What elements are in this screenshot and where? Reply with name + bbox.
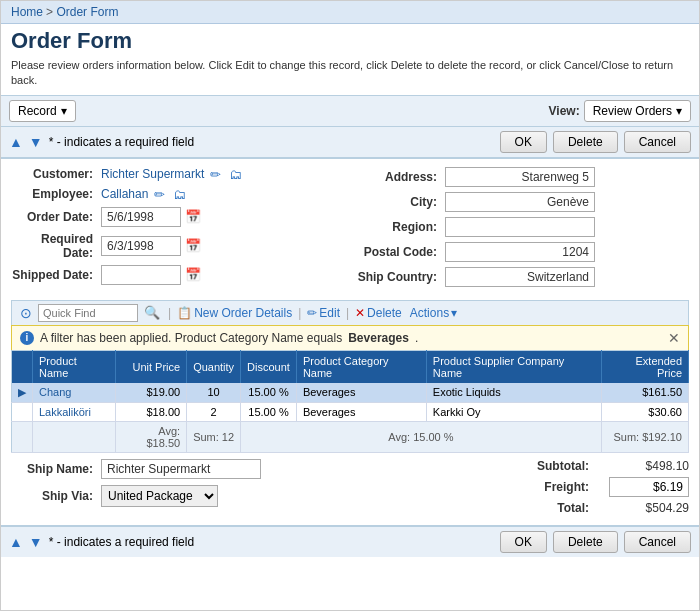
customer-label: Customer:	[11, 167, 101, 181]
th-unit-price[interactable]: Unit Price	[116, 350, 187, 383]
th-indicator	[12, 350, 33, 383]
subgrid-collapse-icon[interactable]: ⊙	[18, 305, 34, 321]
employee-link[interactable]: Callahan	[101, 187, 148, 201]
customer-lookup-icon[interactable]: 🗂	[227, 167, 244, 182]
freight-input[interactable]	[609, 477, 689, 497]
ship-name-label: Ship Name:	[11, 462, 101, 476]
page-container: Home > Order Form Order Form Please revi…	[0, 0, 700, 611]
record-button[interactable]: Record ▾	[9, 100, 76, 122]
ship-via-select[interactable]: United Package Federal Shipping Speedy E…	[101, 485, 218, 507]
page-description: Please review orders information below. …	[1, 56, 699, 95]
customer-link[interactable]: Richter Supermarkt	[101, 167, 204, 181]
sum-avg-price: Avg: $18.50	[116, 421, 187, 452]
subgrid-wrapper: ⊙ 🔍 | 📋 New Order Details | ✏ Edit | ✕ D…	[11, 300, 689, 453]
table-row[interactable]: ▶ Chang $19.00 10 15.00 % Beverages Exot…	[12, 383, 689, 403]
address-input[interactable]	[445, 167, 595, 187]
ship-name-input[interactable]	[101, 459, 261, 479]
ok-button-bottom[interactable]: OK	[500, 531, 547, 553]
sum-qty: Sum: 12	[187, 421, 241, 452]
total-label: Total:	[519, 501, 589, 515]
filter-close-button[interactable]: ✕	[668, 330, 680, 346]
ship-via-label: Ship Via:	[11, 489, 101, 503]
footer-left: ▲ ▼ * - indicates a required field	[9, 534, 194, 550]
sep1: |	[168, 306, 171, 320]
shipped-date-input[interactable]	[101, 265, 181, 285]
cell-unit-price: $18.00	[116, 402, 187, 421]
cell-product: Lakkaliköri	[33, 402, 116, 421]
required-date-input[interactable]	[101, 236, 181, 256]
req-bar-top: ▲ ▼ * - indicates a required field OK De…	[1, 127, 699, 158]
edit-label: Edit	[319, 306, 340, 320]
postal-code-row: Postal Code:	[355, 242, 689, 262]
th-category[interactable]: Product Category Name	[296, 350, 426, 383]
actions-button[interactable]: Actions ▾	[410, 306, 457, 320]
ship-country-label: Ship Country:	[355, 270, 445, 284]
th-extended-price[interactable]: Extended Price	[601, 350, 688, 383]
footer-bar: ▲ ▼ * - indicates a required field OK De…	[1, 526, 699, 557]
customer-edit-icon[interactable]: ✏	[208, 167, 223, 182]
employee-lookup-icon[interactable]: 🗂	[171, 187, 188, 202]
postal-code-label: Postal Code:	[355, 245, 445, 259]
breadcrumb-home[interactable]: Home	[11, 5, 43, 19]
summary-row: Avg: $18.50 Sum: 12 Avg: 15.00 % Sum: $1…	[12, 421, 689, 452]
edit-icon: ✏	[307, 306, 317, 320]
view-label: View:	[549, 104, 580, 118]
subgrid-toolbar: ⊙ 🔍 | 📋 New Order Details | ✏ Edit | ✕ D…	[11, 300, 689, 325]
arrow-down-icon[interactable]: ▼	[29, 134, 43, 150]
sum-empty	[33, 421, 116, 452]
bottom-area: Ship Name: Ship Via: United Package Fede…	[1, 453, 699, 525]
th-quantity[interactable]: Quantity	[187, 350, 241, 383]
cancel-button-bottom[interactable]: Cancel	[624, 531, 691, 553]
row-indicator: ▶	[12, 383, 33, 403]
order-date-calendar-icon[interactable]: 📅	[185, 209, 201, 224]
required-date-calendar-icon[interactable]: 📅	[185, 238, 201, 253]
ship-country-row: Ship Country:	[355, 267, 689, 287]
footer-arrow-down-icon[interactable]: ▼	[29, 534, 43, 550]
postal-code-input[interactable]	[445, 242, 595, 262]
shipped-date-label: Shipped Date:	[11, 268, 101, 282]
table-row[interactable]: Lakkaliköri $18.00 2 15.00 % Beverages K…	[12, 402, 689, 421]
th-discount[interactable]: Discount	[241, 350, 297, 383]
shipped-date-calendar-icon[interactable]: 📅	[185, 267, 201, 282]
shipped-date-row: Shipped Date: 📅	[11, 265, 345, 285]
city-row: City:	[355, 192, 689, 212]
order-date-input[interactable]	[101, 207, 181, 227]
edit-button[interactable]: ✏ Edit	[307, 306, 340, 320]
view-dropdown[interactable]: Review Orders ▾	[584, 100, 691, 122]
toolbar-right: View: Review Orders ▾	[549, 100, 691, 122]
employee-edit-icon[interactable]: ✏	[152, 187, 167, 202]
cancel-button-top[interactable]: Cancel	[624, 131, 691, 153]
region-input[interactable]	[445, 217, 595, 237]
quick-find-input[interactable]	[38, 304, 138, 322]
filter-text: A filter has been applied. Product Categ…	[40, 331, 342, 345]
quick-find-search-icon[interactable]: 🔍	[142, 305, 162, 320]
subtotal-row: Subtotal: $498.10	[489, 459, 689, 473]
breadcrumb: Home > Order Form	[11, 6, 118, 18]
footer-arrow-up-icon[interactable]: ▲	[9, 534, 23, 550]
filter-info-icon: i	[20, 331, 34, 345]
filter-bar: i A filter has been applied. Product Cat…	[11, 325, 689, 350]
cell-supplier: Exotic Liquids	[426, 383, 601, 403]
new-order-details-label: New Order Details	[194, 306, 292, 320]
employee-label: Employee:	[11, 187, 101, 201]
delete-button-top[interactable]: Delete	[553, 131, 618, 153]
delete-button-bottom[interactable]: Delete	[553, 531, 618, 553]
subtotal-value: $498.10	[609, 459, 689, 473]
total-value: $504.29	[609, 501, 689, 515]
city-input[interactable]	[445, 192, 595, 212]
view-chevron-icon: ▾	[676, 104, 682, 118]
th-product-name[interactable]: Product Name	[33, 350, 116, 383]
form-left: Customer: Richter Supermarkt ✏ 🗂 Employe…	[11, 167, 345, 292]
freight-row: Freight:	[489, 477, 689, 497]
form-area: Customer: Richter Supermarkt ✏ 🗂 Employe…	[1, 159, 699, 300]
ship-country-input[interactable]	[445, 267, 595, 287]
cell-product: Chang	[33, 383, 116, 403]
arrow-up-icon[interactable]: ▲	[9, 134, 23, 150]
freight-label: Freight:	[519, 480, 589, 494]
new-order-details-button[interactable]: 📋 New Order Details	[177, 306, 292, 320]
ok-button-top[interactable]: OK	[500, 131, 547, 153]
th-supplier[interactable]: Product Supplier Company Name	[426, 350, 601, 383]
cell-category: Beverages	[296, 383, 426, 403]
delete-button-subgrid[interactable]: ✕ Delete	[355, 306, 402, 320]
customer-row: Customer: Richter Supermarkt ✏ 🗂	[11, 167, 345, 182]
